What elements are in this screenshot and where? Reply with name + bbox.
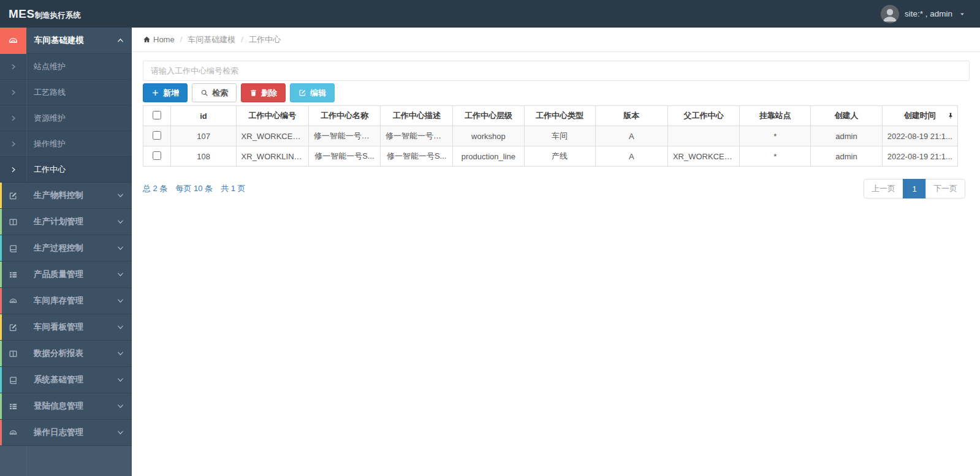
add-button[interactable]: 新增: [143, 83, 188, 102]
sidebar-group-workshop-modeling[interactable]: 车间基础建模: [0, 28, 132, 54]
table-cell: [667, 126, 739, 146]
per-page-count: 每页 10 条: [175, 183, 213, 194]
sidebar-submenu-label: 工艺路线: [34, 87, 66, 98]
prev-page-button[interactable]: 上一页: [864, 179, 903, 198]
sidebar-group-label: 生产过程控制: [34, 243, 83, 254]
group-color-strip: [0, 341, 2, 366]
list-icon: [0, 270, 26, 279]
plus-icon: [151, 89, 159, 97]
page-1-button[interactable]: 1: [903, 179, 926, 198]
edit-button[interactable]: 编辑: [290, 83, 335, 102]
table-cell: 修一智能一号车间: [381, 126, 453, 146]
columns-icon: [0, 217, 26, 227]
sidebar-submenu-label: 工作中心: [34, 164, 66, 175]
column-header[interactable]: 工作中心描述: [381, 106, 453, 126]
sidebar-group-label: 车间基础建模: [34, 35, 84, 46]
sidebar-submenu-item[interactable]: 工艺路线: [0, 80, 132, 105]
column-header[interactable]: 工作中心编号: [236, 106, 308, 126]
sidebar-group-label: 登陆信息管理: [34, 401, 83, 412]
search-button[interactable]: 检索: [192, 83, 237, 102]
table-cell: 产线: [524, 146, 595, 167]
breadcrumb-item[interactable]: 车间基础建模: [188, 34, 235, 45]
pagination-bar: 总 2 条 每页 10 条 共 1 页 上一页 1 下一页: [143, 179, 970, 198]
column-header[interactable]: 父工作中心: [667, 106, 739, 126]
home-icon: [143, 36, 151, 43]
sidebar-group[interactable]: 生产过程控制: [0, 235, 132, 262]
sidebar-submenu-item[interactable]: 站点维护: [0, 54, 132, 80]
breadcrumb-home[interactable]: Home: [143, 35, 175, 44]
toolbar: 新增检索删除编辑: [143, 83, 970, 102]
next-page-button[interactable]: 下一页: [925, 179, 965, 198]
column-header[interactable]: 工作中心类型: [524, 106, 595, 126]
row-checkbox[interactable]: [153, 131, 161, 140]
group-color-strip: [0, 183, 2, 208]
table-row[interactable]: 107XR_WORKCEN...修一智能一号车间修一智能一号车间workshop…: [143, 126, 958, 146]
table-cell: 修一智能一号车间: [308, 126, 380, 146]
button-label: 删除: [261, 88, 277, 99]
sidebar-group[interactable]: 车间库存管理: [0, 288, 132, 314]
button-label: 编辑: [310, 88, 326, 99]
table-cell: workshop: [453, 126, 524, 146]
sidebar-group-label: 产品质量管理: [34, 269, 83, 280]
sidebar-group[interactable]: 车间看板管理: [0, 314, 132, 341]
sidebar-submenu-item[interactable]: 操作维护: [0, 131, 132, 157]
group-color-strip: [0, 393, 2, 419]
column-header[interactable]: 工作中心名称: [308, 106, 380, 126]
sidebar-group[interactable]: 生产计划管理: [0, 209, 132, 235]
table-cell: 107: [171, 126, 236, 146]
table-cell: XR_WORKLINE...: [236, 146, 308, 167]
chevron-right-icon: [0, 64, 26, 70]
content-panel: 新增检索删除编辑 id工作中心编号工作中心名称工作中心描述工作中心层级工作中心类…: [132, 52, 980, 198]
table-row[interactable]: 108XR_WORKLINE...修一智能一号S...修一智能一号S...pro…: [143, 146, 958, 167]
sidebar-group[interactable]: 生产物料控制: [0, 183, 132, 209]
sidebar-group[interactable]: 产品质量管理: [0, 262, 132, 288]
table-cell: XR_WORKCEN...: [236, 126, 308, 146]
sidebar-submenu-label: 操作维护: [34, 138, 66, 149]
select-all-checkbox[interactable]: [153, 111, 161, 119]
search-icon: [200, 89, 208, 97]
pencil-square-icon: [0, 323, 26, 332]
row-checkbox[interactable]: [153, 151, 161, 160]
chevron-down-icon: [117, 350, 124, 357]
user-menu[interactable]: site:* , admin: [881, 5, 967, 23]
chevron-down-icon: [117, 192, 124, 199]
delete-button[interactable]: 删除: [241, 83, 286, 102]
group-color-strip: [0, 420, 2, 445]
brand-subtitle: 制造执行系统: [35, 10, 81, 21]
button-label: 检索: [212, 88, 228, 99]
column-header[interactable]: 创建人: [811, 106, 882, 126]
sidebar-group[interactable]: 数据分析报表: [0, 341, 132, 367]
sidebar-group[interactable]: 操作日志管理: [0, 420, 132, 446]
pin-icon[interactable]: [947, 112, 954, 119]
column-header[interactable]: id: [171, 106, 236, 126]
row-checkbox-cell: [143, 146, 171, 167]
chevron-right-icon: [0, 115, 26, 121]
group-color-strip: [0, 262, 2, 287]
table-cell: 2022-08-19 21:1...: [882, 126, 957, 146]
sidebar-submenu-item[interactable]: 资源维护: [0, 105, 132, 131]
sidebar-group-label: 生产物料控制: [34, 190, 83, 201]
chevron-down-icon: [117, 403, 124, 410]
page-count: 共 1 页: [221, 183, 245, 194]
book-icon: [0, 244, 26, 253]
column-header[interactable]: 版本: [595, 106, 667, 126]
sidebar-submenu-item-active[interactable]: 工作中心: [0, 157, 132, 183]
sidebar-group[interactable]: 系统基础管理: [0, 367, 132, 393]
trash-icon: [249, 89, 257, 97]
chevron-down-icon: [117, 271, 124, 278]
table-cell: *: [740, 126, 811, 146]
chevron-down-icon: [117, 219, 124, 225]
pager-summary[interactable]: 总 2 条 每页 10 条 共 1 页: [143, 183, 246, 194]
sidebar-submenu-label: 站点维护: [34, 61, 66, 72]
group-color-strip: [0, 209, 2, 235]
chevron-down-icon: [117, 377, 124, 383]
column-header[interactable]: 创建时间: [882, 106, 957, 126]
table-cell: A: [595, 126, 667, 146]
workcenter-table: id工作中心编号工作中心名称工作中心描述工作中心层级工作中心类型版本父工作中心挂…: [143, 105, 958, 167]
chevron-down-icon: [117, 245, 124, 252]
search-input[interactable]: [143, 61, 970, 81]
column-header[interactable]: 挂靠站点: [740, 106, 811, 126]
sidebar-group[interactable]: 登陆信息管理: [0, 393, 132, 420]
column-header[interactable]: 工作中心层级: [453, 106, 524, 126]
breadcrumb-home-label: Home: [153, 35, 175, 44]
